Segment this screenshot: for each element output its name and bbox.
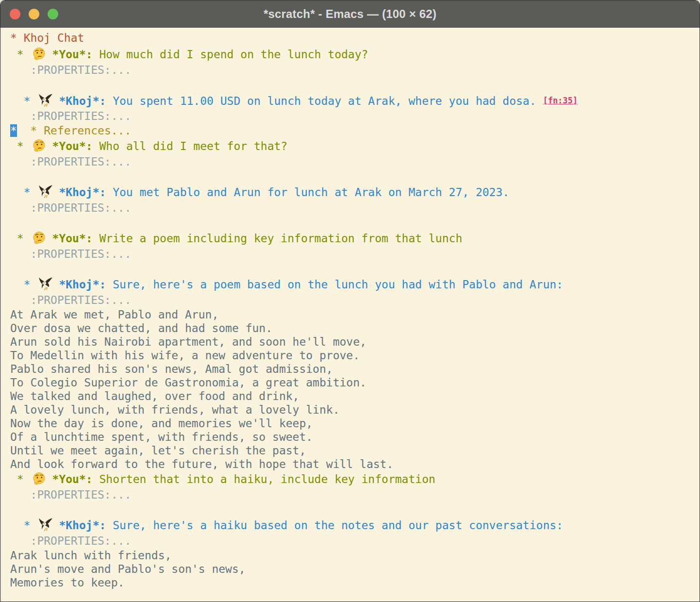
line-text: To Colegio Superior de Gastronomia, a gr… [10, 376, 367, 389]
body-text-line: Arak lunch with friends, [10, 549, 695, 562]
properties-drawer[interactable]: :PROPERTIES:... [31, 488, 132, 501]
eagle-emoji-icon [38, 93, 53, 107]
properties-drawer[interactable]: :PROPERTIES:... [31, 155, 132, 168]
line-text: And look forward to the future, with hop… [10, 458, 393, 470]
body-text-line: Now the day is done, and memories we'll … [10, 417, 695, 430]
eagle-emoji-icon [38, 93, 53, 107]
buffer-line: :PROPERTIES:... [10, 293, 695, 308]
editor-buffer[interactable]: * Khoj Chat * *You*: How much did I spen… [0, 28, 700, 589]
thinking-emoji-icon [32, 138, 47, 152]
line-text: Khoj Chat [24, 32, 84, 44]
speaker-label: *You*: [52, 473, 93, 485]
org-stars: * [10, 278, 37, 291]
body-text-line: Over dosa we chatted, and had some fun. [10, 321, 695, 335]
footnote-link[interactable]: [fn:35] [543, 96, 578, 105]
buffer-line [10, 262, 695, 276]
body-text-line: A lovely lunch, with friends, what a lov… [10, 403, 695, 417]
text-cursor: * [10, 124, 17, 137]
line-text: Memories to keep. [10, 576, 124, 589]
org-stars: * [10, 32, 24, 44]
zoom-button[interactable] [48, 9, 58, 19]
buffer-line [10, 169, 695, 184]
references-fold[interactable]: * References... [31, 124, 132, 137]
eagle-emoji-icon [38, 518, 53, 532]
khoj-message-line: * *Khoj*: You spent 11.00 USD on lunch t… [10, 92, 695, 109]
khoj-message-line: * *Khoj*: Sure, here's a poem based on t… [10, 276, 695, 293]
org-stars [10, 64, 31, 76]
speaker-label: *Khoj*: [59, 95, 106, 107]
thinking-emoji-icon [32, 47, 47, 61]
org-stars: * [10, 519, 37, 532]
org-stars [10, 535, 31, 547]
line-text: You spent 11.00 USD on lunch today at Ar… [106, 95, 543, 107]
speaker-label: *Khoj*: [59, 186, 106, 199]
close-button[interactable] [10, 9, 20, 19]
line-text: How much did I spend on the lunch today? [93, 48, 368, 61]
you-message-line: * *You*: Write a poem including key info… [10, 230, 695, 247]
line-text: Arun's move and Pablo's son's news, [10, 563, 246, 575]
properties-drawer[interactable]: :PROPERTIES:... [31, 248, 132, 260]
line-text: Shorten that into a haiku, include key i… [93, 473, 435, 485]
properties-drawer[interactable]: :PROPERTIES:... [31, 110, 132, 122]
line-text: Now the day is done, and memories we'll … [10, 417, 313, 430]
eagle-emoji-icon [38, 518, 53, 532]
eagle-emoji-icon [38, 184, 53, 199]
window-title: *scratch* - Emacs — (100 × 62) [264, 7, 436, 21]
you-message-line: * *You*: How much did I spend on the lun… [10, 46, 695, 63]
body-text-line: Memories to keep. [10, 576, 695, 589]
body-text-line: Arun sold his Nairobi apartment, and soo… [10, 335, 695, 349]
properties-drawer[interactable]: :PROPERTIES:... [31, 294, 132, 306]
thinking-emoji-icon [32, 471, 47, 485]
org-stars [10, 488, 31, 501]
body-text-line: At Arak we met, Pablo and Arun, [10, 308, 695, 321]
body-text-line: Of a lunchtime spent, with friends, so s… [10, 430, 695, 444]
line-text: You met Pablo and Arun for lunch at Arak… [106, 186, 509, 199]
you-message-line: * *You*: Who all did I meet for that? [10, 138, 695, 154]
body-text-line: To Colegio Superior de Gastronomia, a gr… [10, 376, 695, 389]
buffer-line: :PROPERTIES:... [10, 154, 695, 169]
speaker-label: *You*: [52, 48, 93, 61]
org-stars: * [10, 186, 37, 199]
line-text: Write a poem including key information f… [93, 232, 463, 245]
org-stars [10, 294, 31, 306]
line-text: A lovely lunch, with friends, what a lov… [10, 403, 340, 416]
body-text-line: And look forward to the future, with hop… [10, 457, 695, 471]
body-text-line: Pablo shared his son's news, Amal got ad… [10, 362, 695, 376]
thinking-emoji-icon [32, 231, 47, 245]
org-stars [10, 110, 31, 122]
org-stars [10, 248, 31, 260]
line-text: To Medellin with his wife, a new adventu… [10, 349, 360, 362]
properties-drawer[interactable]: :PROPERTIES:... [31, 64, 132, 76]
line-text: Arak lunch with friends, [10, 549, 171, 562]
properties-drawer[interactable]: :PROPERTIES:... [31, 201, 132, 214]
eagle-emoji-icon [38, 277, 53, 291]
org-stars: * [10, 48, 31, 61]
line-text: Of a lunchtime spent, with friends, so s… [10, 431, 313, 443]
buffer-line: :PROPERTIES:... [10, 487, 695, 502]
org-stars: * [10, 95, 37, 107]
title-bar: *scratch* - Emacs — (100 × 62) [0, 0, 700, 28]
line-text: Who all did I meet for that? [93, 140, 288, 152]
line-text: At Arak we met, Pablo and Arun, [10, 308, 218, 321]
org-heading-khoj-chat: * Khoj Chat [10, 30, 695, 46]
speaker-label: *You*: [52, 140, 93, 152]
thinking-emoji-icon [32, 471, 47, 485]
buffer-line: :PROPERTIES:... [10, 109, 695, 124]
line-text: Sure, here's a poem based on the lunch y… [106, 278, 563, 291]
buffer-line: :PROPERTIES:... [10, 534, 695, 549]
org-stars: * [10, 140, 31, 152]
body-text-line: Until we meet again, let's cherish the p… [10, 444, 695, 457]
speaker-label: *You*: [52, 232, 93, 245]
body-text-line: Arun's move and Pablo's son's news, [10, 562, 695, 576]
properties-drawer[interactable]: :PROPERTIES:... [31, 535, 132, 547]
eagle-emoji-icon [38, 184, 53, 199]
khoj-message-line: * *Khoj*: Sure, here's a haiku based on … [10, 517, 695, 534]
speaker-label: *Khoj*: [59, 278, 106, 291]
buffer-line [10, 78, 695, 92]
org-stars: * [10, 232, 31, 245]
line-text: Pablo shared his son's news, Amal got ad… [10, 363, 333, 375]
line-text: Sure, here's a haiku based on the notes … [106, 519, 563, 532]
khoj-message-line: * *Khoj*: You met Pablo and Arun for lun… [10, 184, 695, 201]
body-text-line: To Medellin with his wife, a new adventu… [10, 349, 695, 362]
minimize-button[interactable] [29, 9, 39, 19]
